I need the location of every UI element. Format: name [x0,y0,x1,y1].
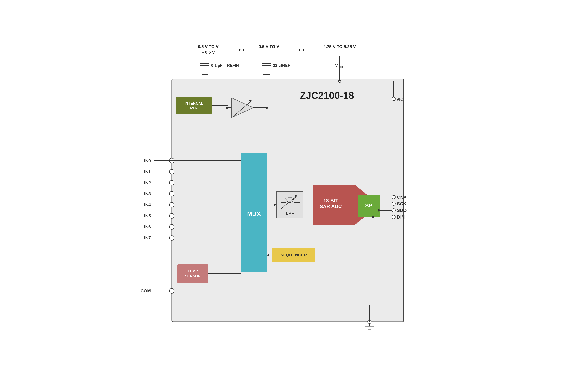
diagram-svg: ZJC2100-18 0.5 V TO V DD – 0.5 V 0.5 V T… [132,31,441,361]
svg-point-111 [392,195,395,199]
svg-text:INTERNAL: INTERNAL [184,101,203,105]
svg-point-47 [226,105,228,106]
svg-text:COM: COM [141,289,151,293]
svg-point-86 [169,289,174,293]
svg-text:SENSOR: SENSOR [185,274,201,278]
svg-text:DD: DD [299,48,304,52]
svg-marker-123 [378,209,381,212]
svg-rect-43 [176,97,212,114]
svg-text:SAR ADC: SAR ADC [320,204,342,209]
svg-text:IN0: IN0 [144,158,151,163]
circuit-diagram: ZJC2100-18 0.5 V TO V DD – 0.5 V 0.5 V T… [132,31,441,361]
svg-text:0.5 V TO V: 0.5 V TO V [198,44,219,49]
svg-text:IN3: IN3 [144,191,151,196]
svg-rect-128 [177,264,208,283]
svg-text:IN5: IN5 [144,213,151,218]
svg-marker-122 [371,216,374,218]
svg-text:SDO: SDO [397,208,407,213]
svg-text:18-BIT: 18-BIT [323,198,338,203]
svg-point-114 [392,202,395,205]
svg-text:MUX: MUX [247,210,261,217]
svg-point-58 [169,169,174,174]
svg-text:22 µF: 22 µF [273,63,283,68]
svg-text:DD: DD [239,48,244,52]
svg-text:DD: DD [339,65,343,69]
chip-title: ZJC2100-18 [300,90,354,101]
svg-marker-127 [267,254,269,256]
svg-marker-48 [232,98,253,118]
svg-text:– 0.5 V: – 0.5 V [201,50,215,54]
svg-rect-124 [272,248,315,262]
svg-point-39 [338,80,341,83]
svg-rect-89 [241,153,267,272]
svg-point-70 [169,202,174,207]
svg-point-117 [392,209,395,212]
svg-point-120 [392,215,395,219]
svg-text:IN1: IN1 [144,169,151,174]
svg-point-33 [226,107,228,109]
svg-rect-108 [358,195,380,217]
svg-text:IN7: IN7 [144,236,151,240]
svg-text:REFIN: REFIN [227,63,239,68]
svg-point-74 [169,213,174,218]
svg-rect-0 [172,79,404,322]
svg-point-134 [368,320,371,324]
svg-marker-101 [295,195,297,198]
svg-line-50 [233,101,252,117]
svg-point-82 [169,236,174,240]
svg-rect-94 [277,192,303,218]
svg-text:TEMP: TEMP [187,269,198,273]
svg-text:CNV: CNV [397,195,407,200]
svg-point-41 [392,97,395,101]
svg-text:SPI: SPI [365,203,374,209]
svg-text:SEQUENCER: SEQUENCER [280,253,307,257]
svg-text:LPF: LPF [286,211,294,216]
svg-text:IN6: IN6 [144,224,151,229]
svg-marker-93 [274,204,277,206]
svg-text:IN2: IN2 [144,180,151,185]
svg-text:REF: REF [282,63,290,68]
svg-text:REF: REF [190,106,198,110]
svg-point-66 [169,191,174,196]
svg-marker-104 [313,185,379,225]
svg-point-78 [169,224,174,229]
svg-text:DIN: DIN [397,215,405,219]
svg-point-52 [266,107,268,109]
svg-text:IN4: IN4 [144,202,151,207]
svg-text:V: V [335,63,338,68]
svg-point-54 [169,158,174,163]
svg-point-62 [169,180,174,185]
svg-line-100 [280,196,297,209]
svg-text:4.75 V TO 5.25 V: 4.75 V TO 5.25 V [323,44,356,49]
svg-point-37 [266,107,268,109]
svg-text:VIO: VIO [396,97,403,102]
svg-text:SCK: SCK [397,201,407,206]
svg-text:0.1 µF: 0.1 µF [211,63,222,68]
svg-marker-51 [249,100,252,103]
svg-text:0.5 V TO V: 0.5 V TO V [259,44,279,49]
